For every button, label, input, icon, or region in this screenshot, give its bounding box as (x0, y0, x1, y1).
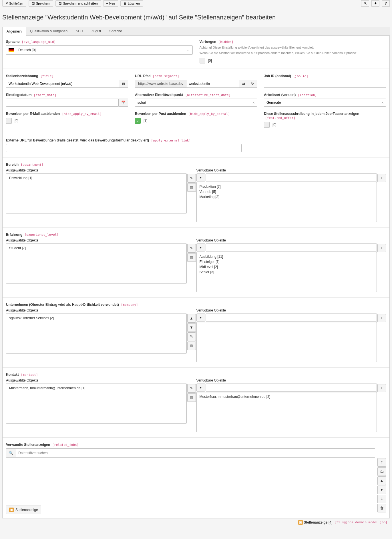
filter-icon: ▾ (196, 173, 205, 181)
save-button[interactable]: 🖫Speichern (29, 0, 53, 7)
experience-label: Erfahrung [experience_level] (6, 233, 386, 237)
list-item[interactable]: Senior [3] (198, 270, 375, 275)
contact-available-list[interactable]: Musterfrau, mmusterfrau@unternehmen.de [… (196, 392, 377, 432)
edit-button[interactable]: ✎ (187, 384, 196, 393)
svg-rect-0 (9, 48, 14, 49)
add-button[interactable]: + (377, 244, 386, 252)
hidden-checkbox[interactable] (200, 58, 205, 63)
plus-icon: + (381, 246, 383, 250)
edit-button[interactable]: ✎ (187, 174, 196, 183)
department-filter-input[interactable] (206, 173, 377, 181)
add-button[interactable]: + (377, 314, 386, 322)
location-input[interactable] (264, 99, 386, 107)
experience-available-list[interactable]: Ausbildung [11] Einsteiger [1] MidLevel … (196, 252, 377, 292)
help-icon: ? (385, 1, 387, 5)
tab-seo[interactable]: SEO (72, 27, 87, 35)
close-icon: ✕ (5, 1, 8, 5)
list-item[interactable]: MidLevel [2] (198, 264, 375, 270)
startdate-label: Einstiegsdatum [start_date] (6, 93, 128, 97)
tab-sprache[interactable]: Sprache (105, 27, 126, 35)
startdate-input[interactable] (6, 99, 118, 107)
featured-checkbox[interactable] (264, 122, 270, 128)
save-close-button[interactable]: 🖫Speichern und schließen (55, 0, 101, 7)
url-toggle-button[interactable]: ⇄ (239, 80, 248, 88)
trash-icon: 🗑 (190, 395, 193, 400)
share-button[interactable]: ⇱ (361, 0, 369, 7)
company-filter-input[interactable] (206, 314, 377, 322)
altstart-input[interactable] (135, 99, 257, 107)
contact-selected-list[interactable]: Mustermann, mmustermann@unternehmen.de [… (6, 384, 187, 424)
contact-filter-input[interactable] (206, 384, 377, 392)
add-related-button[interactable]: ▣ Stellenanzeige (6, 506, 41, 514)
experience-selected-list[interactable]: Student [7] (6, 243, 187, 284)
external-url-input[interactable] (6, 144, 242, 152)
check-icon: ✓ (136, 119, 139, 123)
list-item[interactable]: Student [7] (8, 245, 185, 251)
company-available-list[interactable] (196, 322, 377, 362)
help-button[interactable]: ? (382, 0, 390, 7)
hide-email-checkbox[interactable] (6, 118, 12, 124)
move-up-button[interactable]: ▲ (187, 314, 196, 323)
record-icon: ▣ (298, 520, 303, 525)
move-up-button[interactable]: ▲ (377, 476, 386, 485)
up-icon: ▲ (380, 478, 384, 483)
list-item[interactable]: Mustermann, mmustermann@unternehmen.de [… (8, 386, 185, 391)
add-button[interactable]: + (377, 384, 386, 392)
list-item[interactable]: Musterfrau, mmusterfrau@unternehmen.de [… (198, 394, 375, 399)
remove-button[interactable]: 🗑 (187, 253, 196, 262)
url-slug-input[interactable] (186, 80, 239, 88)
pencil-icon: ✎ (190, 386, 193, 390)
browse-button[interactable]: 🗀 (377, 467, 386, 476)
filter-icon: ▾ (196, 384, 205, 392)
url-recalc-button[interactable]: ↻ (248, 80, 257, 88)
title-helper-button[interactable]: ⊞ (119, 80, 128, 88)
trash-icon: 🗑 (190, 344, 193, 348)
related-list[interactable] (6, 458, 375, 503)
related-search-input[interactable] (16, 449, 375, 457)
search-icon: 🔍 (6, 449, 16, 457)
department-available-list[interactable]: Produktion [7] Vertrieb [5] Marketing [3… (196, 182, 377, 222)
move-top-button[interactable]: ⤒ (377, 458, 386, 467)
hide-postal-checkbox[interactable]: ✓ (135, 118, 141, 124)
hidden-hint1: Achtung! Diese Einstellung aktiviert/dea… (200, 45, 386, 50)
filter-icon: ▾ (196, 243, 205, 251)
language-select[interactable]: Deutsch [0] ⌄ (6, 45, 193, 55)
datepicker-button[interactable]: 📅 (118, 99, 128, 107)
tab-qualifikation[interactable]: Qualifikation & Aufgaben (26, 27, 72, 35)
move-down-button[interactable]: ▼ (187, 323, 196, 332)
company-selected-list[interactable]: sgalinski Internet Services [2] (6, 314, 187, 354)
title-input[interactable] (6, 80, 119, 88)
department-label: Bereich [department] (6, 163, 386, 167)
bookmark-button[interactable]: ✦ (371, 0, 379, 7)
jobid-input[interactable] (264, 80, 386, 88)
footer-record-link[interactable]: Stellenanzeige (304, 520, 327, 524)
edit-button[interactable]: ✎ (187, 244, 196, 253)
list-item[interactable]: Vertrieb [5] (198, 189, 375, 194)
remove-button[interactable]: 🗑 (187, 183, 196, 192)
experience-filter-input[interactable] (206, 243, 377, 251)
list-item[interactable]: Marketing [3] (198, 194, 375, 199)
clear-icon[interactable]: × (252, 100, 255, 105)
delete-item-button[interactable]: 🗑 (377, 504, 386, 512)
up-icon: ▲ (190, 316, 193, 320)
list-item[interactable]: Entwicklung [1] (8, 175, 185, 181)
clear-icon[interactable]: × (381, 100, 384, 105)
tab-allgemein[interactable]: Allgemein (2, 27, 26, 36)
remove-button[interactable]: 🗑 (187, 342, 196, 350)
close-button[interactable]: ✕Schließen (2, 0, 26, 7)
delete-button[interactable]: 🗑Löschen (120, 0, 143, 7)
list-item[interactable]: Ausbildung [11] (198, 254, 375, 259)
department-selected-list[interactable]: Entwicklung [1] (6, 173, 187, 213)
company-label: Unternehmen (Oberster Eintrag wird als H… (6, 303, 386, 307)
add-button[interactable]: + (377, 174, 386, 182)
edit-button[interactable]: ✎ (187, 332, 196, 341)
list-item[interactable]: sgalinski Internet Services [2] (8, 316, 185, 321)
move-bottom-button[interactable]: ⤓ (377, 495, 386, 503)
list-item[interactable]: Einsteiger [1] (198, 259, 375, 264)
remove-button[interactable]: 🗑 (187, 393, 196, 402)
altstart-label: Alternativer Eintrittszeitpunkt [alterna… (135, 93, 257, 97)
new-button[interactable]: +Neu (103, 0, 118, 7)
list-item[interactable]: Produktion [7] (198, 184, 375, 189)
tab-zugriff[interactable]: Zugriff (87, 27, 105, 35)
move-down-button[interactable]: ▼ (377, 486, 386, 494)
